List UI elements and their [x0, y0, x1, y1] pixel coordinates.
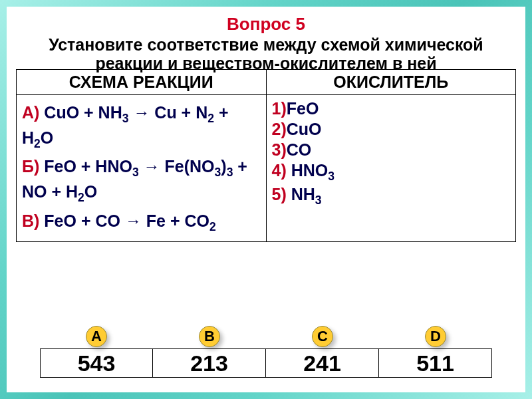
slide: Вопрос 5 Установите соответствие между с…: [7, 7, 525, 392]
oxidizer-1-name: FeO: [287, 99, 319, 118]
header-oxidizer: ОКИСЛИТЕЛЬ: [266, 70, 516, 95]
answer-col-c: C 241: [266, 325, 379, 378]
answer-col-b: B 213: [153, 325, 266, 378]
answer-col-a: A 543: [40, 325, 153, 378]
answer-letter-a: A: [86, 326, 107, 347]
answer-value-a: 543: [40, 348, 153, 378]
answer-letter-c: C: [312, 326, 333, 347]
question-subtitle: Установите соответствие между схемой хим…: [16, 35, 516, 74]
reaction-v-label: В): [22, 211, 39, 230]
reaction-b: Б) FeO + HNO3 → Fe(NO3)3 + NO + H2O: [22, 156, 261, 205]
answer-col-d: D 511: [379, 325, 492, 378]
reaction-v-text: FeO + CO → Fe + CO2: [44, 211, 215, 230]
answer-letter-d: D: [425, 326, 446, 347]
oxidizer-5: 5) NH3: [272, 185, 511, 207]
oxidizer-5-name: NH3: [287, 185, 322, 203]
question-title: Вопрос 5: [16, 15, 516, 34]
oxidizer-3: 3)CO: [272, 140, 511, 160]
oxidizer-2: 2)CuO: [272, 120, 511, 139]
oxidizers-cell: 1)FeO 2)CuO 3)CO 4) HNO3 5) NH3: [266, 95, 516, 242]
oxidizer-1-num: 1): [272, 99, 287, 118]
oxidizer-4-num: 4): [272, 161, 287, 180]
oxidizer-4: 4) HNO3: [272, 161, 511, 184]
oxidizer-1: 1)FeO: [272, 99, 511, 118]
reaction-b-label: Б): [22, 157, 39, 176]
reactions-cell: А) CuO + NH3 → Cu + N2 + H2O Б) FeO + HN…: [17, 95, 267, 242]
reaction-a: А) CuO + NH3 → Cu + N2 + H2O: [22, 102, 261, 152]
answer-value-c: 241: [266, 348, 379, 378]
reaction-a-text: CuO + NH3 → Cu + N2 + H2O: [22, 103, 229, 147]
oxidizer-2-name: CuO: [287, 120, 322, 138]
answer-value-d: 511: [379, 348, 492, 378]
answer-value-b: 213: [153, 348, 266, 378]
answer-letter-b: B: [199, 326, 220, 347]
oxidizer-2-num: 2): [272, 120, 287, 138]
reaction-a-label: А): [22, 103, 39, 122]
reaction-v: В) FeO + CO → Fe + CO2: [22, 210, 261, 235]
oxidizer-5-num: 5): [272, 185, 287, 203]
oxidizer-3-name: CO: [287, 140, 312, 159]
oxidizer-3-num: 3): [272, 140, 287, 159]
answer-grid: A 543 B 213 C 241 D 511: [40, 325, 492, 378]
header-scheme: СХЕМА РЕАКЦИИ: [17, 70, 267, 95]
reaction-b-text: FeO + HNO3 → Fe(NO3)3 + NO + H2O: [22, 157, 247, 201]
oxidizer-4-name: HNO3: [287, 161, 334, 180]
content-table: СХЕМА РЕАКЦИИ ОКИСЛИТЕЛЬ А) CuO + NH3 → …: [16, 69, 516, 242]
